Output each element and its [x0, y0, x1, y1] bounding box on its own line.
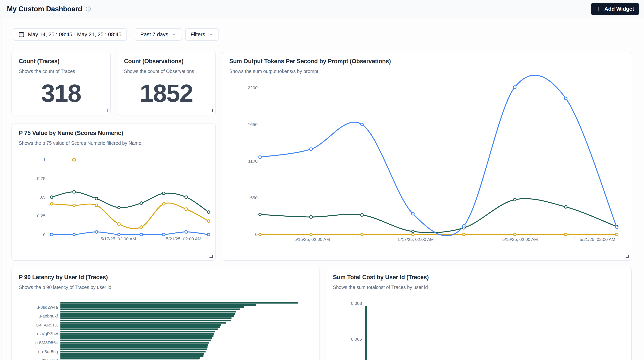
user-id-label: u-8sq2w4a	[36, 305, 58, 310]
widget-subtitle: Shows the sum output tokens/s by prompt	[229, 69, 625, 74]
data-point-gold	[615, 233, 618, 236]
data-point-green	[140, 202, 143, 204]
y-tick-label: 1	[43, 157, 46, 162]
data-point-blue	[615, 226, 618, 228]
data-point-gold	[50, 203, 53, 205]
data-point-gold	[361, 233, 363, 236]
add-widget-label: Add Widget	[604, 6, 634, 12]
y-tick-label: 0.008	[351, 301, 362, 306]
data-point-blue	[95, 231, 98, 233]
data-point-green	[118, 206, 120, 209]
info-icon[interactable]	[86, 6, 91, 12]
latency-bar	[60, 355, 204, 357]
latency-bar	[60, 328, 218, 330]
user-id-label: u-zVqP3hw	[36, 331, 58, 336]
data-point-green	[50, 196, 53, 198]
data-point-blue	[50, 233, 53, 236]
data-point-blue	[564, 97, 567, 100]
isolated-data-point-gold	[73, 158, 76, 161]
data-point-blue	[514, 86, 516, 89]
widget-subtitle: Shows the p 75 value of Scores Numeric f…	[19, 140, 208, 146]
widget-title: Sum Total Cost by User Id (Traces)	[333, 274, 624, 281]
y-tick-label: 0.006	[351, 337, 362, 342]
data-point-gold	[162, 203, 165, 205]
resize-handle-icon[interactable]	[104, 109, 108, 112]
y-tick-label: 0	[255, 232, 258, 237]
y-tick-label: 0.5	[40, 195, 46, 200]
data-point-gold	[185, 208, 188, 210]
data-point-green	[310, 216, 312, 218]
data-point-green	[162, 192, 165, 195]
quick-range-dropdown[interactable]: Past 7 days	[135, 28, 182, 41]
data-point-gold	[564, 233, 567, 236]
date-range-picker[interactable]: May 14, 25 : 08:45 - May 21, 25 : 08:45	[13, 28, 127, 41]
p90-latency-bar-chart: u-8sq2w4au-aobnuxfu-tFAR5TXu-zVqP3hwu-5M…	[12, 268, 319, 360]
data-point-blue	[259, 156, 261, 159]
data-point-gold	[412, 233, 414, 236]
data-point-green	[73, 191, 76, 193]
y-tick-label: 550	[250, 195, 258, 200]
count-value: 318	[12, 79, 110, 108]
data-point-blue	[412, 213, 414, 215]
data-point-blue	[310, 148, 312, 151]
latency-bar	[60, 350, 206, 352]
data-point-green	[514, 198, 516, 201]
data-point-green	[564, 205, 567, 208]
latency-bar	[60, 313, 235, 315]
data-point-gold	[207, 220, 210, 222]
line-series-blue	[260, 75, 617, 236]
filters-dropdown[interactable]: Filters	[185, 28, 219, 41]
widget-title: P 90 Latency by User Id (Traces)	[19, 274, 312, 281]
data-point-gold	[95, 204, 98, 207]
latency-bar	[60, 342, 209, 343]
user-id-label: u-d3qr5cg	[38, 349, 58, 354]
widget-card-sum-total-cost: 0.0080.006 Sum Total Cost by User Id (Tr…	[326, 268, 632, 360]
cost-bar	[365, 306, 367, 360]
filters-label: Filters	[190, 32, 205, 38]
latency-bar	[60, 353, 204, 355]
latency-bar	[60, 304, 256, 306]
latency-bar	[60, 346, 208, 348]
y-tick-label: 1100	[248, 159, 258, 164]
resize-handle-icon[interactable]	[626, 255, 629, 258]
latency-bar	[60, 324, 221, 326]
add-widget-button[interactable]: Add Widget	[590, 3, 640, 15]
tokens-by-prompt-line-chart: 05501100165022005/15/25, 02:00 AM5/17/25…	[222, 52, 632, 260]
x-tick-label: 5/17/25, 02:00 AM	[398, 237, 434, 242]
data-point-green	[95, 197, 98, 200]
resize-handle-icon[interactable]	[210, 255, 213, 258]
data-point-green	[361, 213, 363, 216]
widget-title: P 75 Value by Name (Scores Numeric)	[19, 130, 208, 137]
data-point-gold	[118, 223, 120, 225]
widget-card-count-traces: Count (Traces) Shows the count of Traces…	[12, 52, 110, 115]
latency-bar	[60, 331, 215, 332]
widget-card-count-observations: Count (Observations) Shows the count of …	[117, 52, 216, 115]
plus-icon	[596, 6, 602, 12]
data-point-green	[412, 230, 414, 233]
count-value: 1852	[117, 79, 216, 108]
widget-title: Count (Traces)	[19, 58, 103, 65]
data-point-green	[259, 213, 261, 216]
y-tick-label: 0	[43, 232, 46, 237]
data-point-blue	[140, 233, 143, 236]
widget-subtitle: Shows the sum totalcost of Traces by use…	[333, 284, 624, 290]
latency-bar	[60, 315, 234, 317]
data-point-gold	[462, 233, 465, 236]
latency-bar	[60, 308, 240, 310]
data-point-blue	[185, 231, 188, 233]
data-point-gold	[73, 204, 76, 207]
data-point-blue	[162, 233, 165, 236]
widget-card-tokens-by-prompt: 05501100165022005/15/25, 02:00 AM5/17/25…	[222, 52, 632, 261]
resize-handle-icon[interactable]	[210, 109, 213, 112]
y-tick-label: 0.75	[37, 176, 46, 181]
widget-subtitle: Shows the count of Observations	[124, 69, 208, 74]
user-id-label: u-aobnuxf	[38, 313, 58, 318]
data-point-gold	[514, 233, 516, 236]
latency-bar	[60, 317, 232, 319]
latency-bar	[60, 357, 200, 359]
x-tick-label: 5/17/25, 02:00 AM	[101, 236, 136, 241]
x-tick-label: 5/15/25, 02:00 AM	[294, 237, 330, 242]
chevron-down-icon	[208, 32, 214, 37]
y-tick-label: 1650	[248, 122, 258, 127]
data-point-green	[207, 211, 210, 213]
